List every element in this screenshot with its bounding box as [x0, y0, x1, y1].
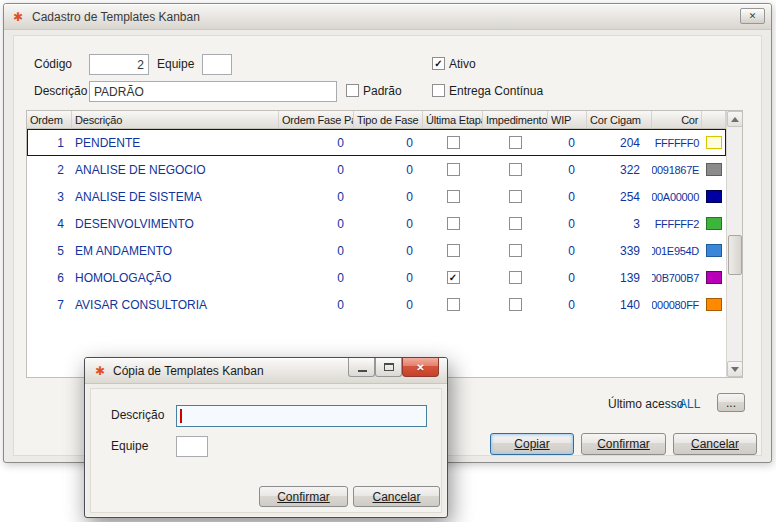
grid-vertical-scrollbar[interactable] — [726, 111, 742, 377]
color-swatch[interactable] — [706, 271, 722, 284]
grid-header-row: Ordem Descrição Ordem Fase Pai Tipo de F… — [27, 111, 726, 129]
scroll-down-button[interactable] — [727, 361, 743, 377]
ultima-etapa-checkbox[interactable] — [447, 217, 460, 230]
ultima-etapa-checkbox[interactable] — [447, 190, 460, 203]
descricao-input[interactable] — [89, 81, 337, 102]
cell-ordem: 5 — [27, 237, 72, 264]
browse-button[interactable]: ... — [717, 393, 745, 412]
cell-cor-cigam: 204 — [587, 129, 652, 156]
column-header-ordem-fase-pai[interactable]: Ordem Fase Pai — [279, 111, 354, 129]
column-header-ordem[interactable]: Ordem — [27, 111, 72, 129]
dialog-descricao-input[interactable] — [176, 405, 427, 427]
screen: ✱ Cadastro de Templates Kanban ✕ Código … — [0, 0, 776, 522]
table-row[interactable]: 1 PENDENTE 0 0 0 204 FFFFFF0 — [27, 129, 726, 156]
color-swatch[interactable] — [706, 217, 722, 230]
impedimento-checkbox[interactable] — [509, 163, 522, 176]
cell-wip: 0 — [548, 156, 587, 183]
column-header-cor[interactable]: Cor — [652, 111, 702, 129]
ultimo-acesso-label: Último acesso — [608, 394, 683, 415]
cell-cor-cigam: 254 — [587, 183, 652, 210]
dialog-descricao-label: Descrição — [111, 405, 164, 426]
main-window-title: Cadastro de Templates Kanban — [32, 10, 200, 24]
cell-wip: 0 — [548, 129, 587, 156]
text-caret — [180, 409, 182, 423]
cell-descricao: DESENVOLVIMENTO — [72, 210, 279, 237]
cell-descricao: PENDENTE — [72, 129, 279, 156]
scroll-up-button[interactable] — [727, 111, 743, 127]
column-header-tipo-de-fase[interactable]: Tipo de Fase — [354, 111, 423, 129]
column-header-impedimento[interactable]: Impedimento — [483, 111, 548, 129]
ultima-etapa-checkbox[interactable] — [447, 244, 460, 257]
cell-descricao: ANALISE DE SISTEMA — [72, 183, 279, 210]
entrega-continua-checkbox[interactable] — [432, 84, 445, 97]
dialog-close-button[interactable]: ✕ — [402, 358, 439, 377]
arrow-down-icon — [731, 367, 739, 372]
app-icon: ✱ — [13, 10, 23, 24]
cell-ordem: 1 — [27, 129, 72, 156]
impedimento-checkbox[interactable] — [509, 136, 522, 149]
column-header-wip[interactable]: WIP — [548, 111, 587, 129]
cell-wip: 0 — [548, 183, 587, 210]
cell-cor: 001E954D — [652, 237, 702, 264]
codigo-input[interactable] — [89, 54, 149, 75]
scrollbar-thumb[interactable] — [728, 235, 742, 275]
ultima-etapa-checkbox[interactable] — [447, 163, 460, 176]
column-header-descricao[interactable]: Descrição — [72, 111, 279, 129]
close-icon: ✕ — [749, 11, 757, 21]
ultima-etapa-checkbox[interactable] — [447, 136, 460, 149]
cell-cor-cigam: 322 — [587, 156, 652, 183]
copiar-button[interactable]: Copiar — [490, 433, 574, 455]
color-swatch[interactable] — [706, 298, 722, 311]
ativo-checkbox[interactable]: ✓ — [432, 57, 445, 70]
cancelar-button[interactable]: Cancelar — [673, 433, 757, 455]
impedimento-checkbox[interactable] — [509, 217, 522, 230]
cell-ordem-fase-pai: 0 — [279, 264, 354, 291]
padrao-checkbox[interactable] — [346, 84, 359, 97]
impedimento-checkbox[interactable] — [509, 298, 522, 311]
column-header-cor-cigam[interactable]: Cor Cigam — [587, 111, 652, 129]
cell-ordem-fase-pai: 0 — [279, 129, 354, 156]
table-row[interactable]: 6 HOMOLOGAÇÃO 0 0 ✓ 0 139 00B700B7 — [27, 264, 726, 291]
descricao-label: Descrição — [34, 81, 87, 102]
ultima-etapa-checkbox[interactable] — [447, 298, 460, 311]
table-row[interactable]: 2 ANALISE DE NEGOCIO 0 0 0 322 0091867E — [27, 156, 726, 183]
cell-cor: FFFFFF2 — [652, 210, 702, 237]
main-titlebar[interactable]: ✱ Cadastro de Templates Kanban ✕ — [4, 4, 771, 30]
color-swatch[interactable] — [706, 136, 722, 149]
main-close-button[interactable]: ✕ — [740, 8, 765, 24]
dialog-confirmar-button[interactable]: Confirmar — [259, 486, 348, 507]
impedimento-checkbox[interactable] — [509, 271, 522, 284]
cell-ordem: 4 — [27, 210, 72, 237]
cell-tipo-de-fase: 0 — [354, 210, 423, 237]
maximize-icon — [384, 363, 394, 371]
dialog-cancelar-button[interactable]: Cancelar — [353, 486, 440, 507]
color-swatch[interactable] — [706, 190, 722, 203]
ativo-label: Ativo — [449, 54, 476, 75]
cell-cor-cigam: 140 — [587, 291, 652, 318]
table-row[interactable]: 3 ANALISE DE SISTEMA 0 0 0 254 00A00000 — [27, 183, 726, 210]
column-header-ultima-etapa[interactable]: Última Etapa — [423, 111, 483, 129]
dialog-minimize-button[interactable] — [348, 358, 375, 377]
ultima-etapa-checkbox[interactable]: ✓ — [447, 271, 460, 284]
impedimento-checkbox[interactable] — [509, 190, 522, 203]
color-swatch[interactable] — [706, 163, 722, 176]
cell-tipo-de-fase: 0 — [354, 291, 423, 318]
color-swatch[interactable] — [706, 244, 722, 257]
dialog-equipe-input[interactable] — [176, 436, 208, 457]
cell-cor: 00B700B7 — [652, 264, 702, 291]
cell-cor: 000080FF — [652, 291, 702, 318]
cell-descricao: AVISAR CONSULTORIA — [72, 291, 279, 318]
confirmar-button[interactable]: Confirmar — [581, 433, 666, 455]
table-row[interactable]: 7 AVISAR CONSULTORIA 0 0 0 140 000080FF — [27, 291, 726, 318]
dialog-maximize-button[interactable] — [375, 358, 402, 377]
equipe-input[interactable] — [202, 54, 232, 75]
copy-dialog: ✱ Cópia de Templates Kanban ✕ Descrição … — [84, 357, 448, 518]
cell-cor: 00A00000 — [652, 183, 702, 210]
cell-wip: 0 — [548, 264, 587, 291]
cell-descricao: ANALISE DE NEGOCIO — [72, 156, 279, 183]
cell-cor: FFFFFF0 — [652, 129, 702, 156]
table-row[interactable]: 4 DESENVOLVIMENTO 0 0 0 3 FFFFFF2 — [27, 210, 726, 237]
cell-ordem-fase-pai: 0 — [279, 183, 354, 210]
impedimento-checkbox[interactable] — [509, 244, 522, 257]
table-row[interactable]: 5 EM ANDAMENTO 0 0 0 339 001E954D — [27, 237, 726, 264]
